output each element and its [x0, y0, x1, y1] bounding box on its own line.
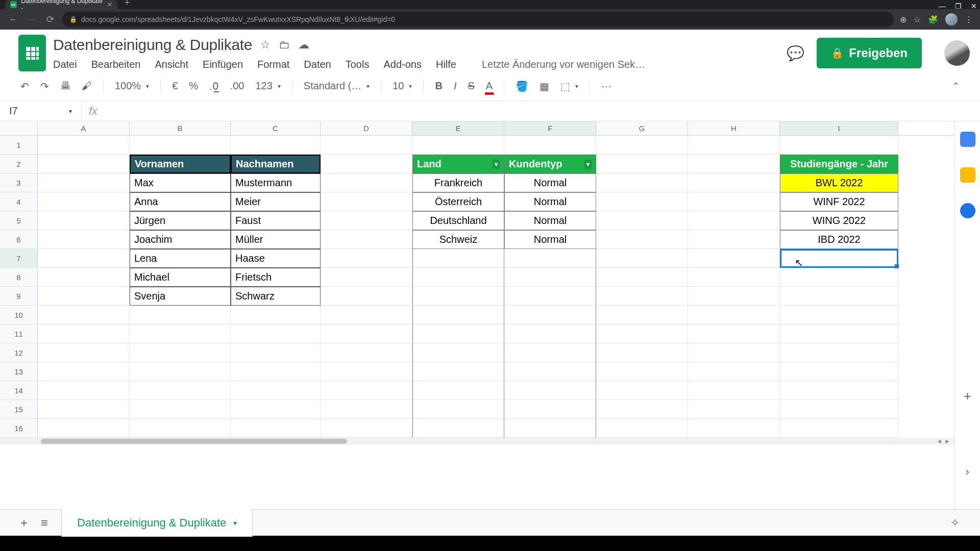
- table-cell[interactable]: Anna: [130, 192, 231, 211]
- cloud-status-icon[interactable]: ☁: [298, 38, 309, 52]
- browser-tab[interactable]: ▭ Datenbereinigung & Duplikate - ✕: [5, 0, 117, 9]
- table-cell[interactable]: Normal: [504, 192, 596, 211]
- redo-icon[interactable]: ↷: [40, 80, 49, 92]
- percent-button[interactable]: %: [189, 80, 198, 92]
- row-header[interactable]: 12: [0, 343, 38, 362]
- table-cell[interactable]: WINF 2022: [780, 192, 898, 211]
- menu-addons[interactable]: Add-ons: [383, 59, 422, 70]
- comments-icon[interactable]: 💬: [787, 45, 804, 62]
- table1-header[interactable]: Vornamen: [130, 155, 231, 173]
- decrease-decimal-icon[interactable]: .0̲: [209, 80, 219, 92]
- number-format-dropdown[interactable]: 123: [255, 80, 280, 92]
- italic-button[interactable]: I: [454, 80, 457, 92]
- col-header-E[interactable]: E: [412, 121, 504, 135]
- strikethrough-button[interactable]: S: [468, 80, 474, 92]
- borders-icon[interactable]: ▦: [540, 80, 549, 92]
- window-minimize-icon[interactable]: —: [939, 2, 946, 10]
- row-header[interactable]: 4: [0, 192, 38, 211]
- table-cell[interactable]: Normal: [504, 230, 596, 249]
- select-all-corner[interactable]: [0, 121, 38, 136]
- menu-tools[interactable]: Tools: [346, 59, 370, 70]
- menu-insert[interactable]: Einfügen: [203, 59, 243, 70]
- tasks-icon[interactable]: [960, 203, 975, 218]
- menu-help[interactable]: Hilfe: [436, 59, 456, 70]
- row-header[interactable]: 2: [0, 155, 38, 173]
- row-header[interactable]: 11: [0, 324, 38, 343]
- hide-side-panel-icon[interactable]: ›: [966, 465, 969, 479]
- extensions-icon[interactable]: 🧩: [928, 15, 938, 24]
- row-header[interactable]: 14: [0, 381, 38, 400]
- col-header-I[interactable]: I: [780, 121, 898, 135]
- star-icon[interactable]: ☆: [260, 38, 271, 52]
- menu-edit[interactable]: Bearbeiten: [91, 59, 141, 70]
- name-box[interactable]: I7▾: [0, 101, 82, 121]
- filter-icon[interactable]: ▾: [584, 160, 592, 169]
- table-cell[interactable]: Michael: [130, 268, 231, 287]
- row-header[interactable]: 13: [0, 362, 38, 381]
- add-sheet-button[interactable]: +: [20, 516, 28, 530]
- share-button[interactable]: 🔒 Freigeben: [817, 38, 922, 68]
- col-header-F[interactable]: F: [504, 121, 596, 135]
- table-cell[interactable]: Lena: [130, 249, 231, 268]
- browser-profile-avatar[interactable]: [945, 13, 958, 26]
- table-cell[interactable]: Haase: [231, 249, 321, 268]
- table3-header[interactable]: Studiengänge - Jahr: [780, 155, 898, 173]
- back-icon[interactable]: ←: [7, 14, 19, 25]
- col-header-B[interactable]: B: [130, 121, 231, 135]
- sheet-tab-menu-icon[interactable]: ▾: [233, 519, 237, 527]
- account-avatar[interactable]: [944, 40, 970, 66]
- all-sheets-button[interactable]: ≡: [41, 516, 48, 530]
- address-bar[interactable]: 🔒 docs.google.com/spreadsheets/d/1Jevzbk…: [62, 12, 894, 27]
- table-cell[interactable]: Müller: [231, 230, 321, 249]
- tab-close-icon[interactable]: ✕: [107, 1, 112, 8]
- menu-view[interactable]: Ansicht: [155, 59, 188, 70]
- window-maximize-icon[interactable]: ❐: [955, 2, 962, 10]
- calendar-icon[interactable]: [960, 132, 975, 147]
- table-cell[interactable]: Österreich: [412, 192, 504, 211]
- browser-menu-icon[interactable]: ⋮: [965, 15, 973, 24]
- table-cell[interactable]: Mustermann: [231, 173, 321, 192]
- table-cell[interactable]: Normal: [504, 211, 596, 230]
- menu-data[interactable]: Daten: [304, 59, 331, 70]
- table-cell[interactable]: Svenja: [130, 287, 231, 306]
- row-header[interactable]: 15: [0, 400, 38, 419]
- last-change-text[interactable]: Letzte Änderung vor wenigen Sek…: [482, 59, 645, 70]
- row-header[interactable]: 7: [0, 249, 38, 268]
- table-cell[interactable]: BWL 2022: [780, 173, 898, 192]
- horizontal-scrollbar[interactable]: ◄►: [0, 438, 954, 445]
- col-header-D[interactable]: D: [321, 121, 412, 135]
- increase-decimal-icon[interactable]: .00: [230, 80, 244, 92]
- menu-file[interactable]: Datei: [53, 59, 77, 70]
- spreadsheet-grid[interactable]: A B C D E F G H I 1 2: [0, 121, 954, 509]
- table-cell[interactable]: IBD 2022: [780, 230, 898, 249]
- zoom-dropdown[interactable]: 100%: [115, 80, 149, 92]
- col-header-C[interactable]: C: [231, 121, 321, 135]
- col-header-G[interactable]: G: [596, 121, 688, 135]
- doc-title[interactable]: Datenbereinigung & Duplikate: [53, 36, 252, 54]
- zoom-icon[interactable]: ⊕: [900, 15, 906, 24]
- addons-plus-icon[interactable]: +: [964, 388, 971, 404]
- row-header[interactable]: 8: [0, 268, 38, 287]
- new-tab-button[interactable]: +: [125, 0, 130, 8]
- row-header[interactable]: 3: [0, 173, 38, 192]
- table2-header[interactable]: Kundentyp▾: [504, 155, 596, 173]
- print-icon[interactable]: 🖶: [60, 80, 70, 92]
- more-toolbar-icon[interactable]: ⋯: [601, 80, 611, 92]
- table-cell[interactable]: Max: [130, 173, 231, 192]
- currency-button[interactable]: €: [172, 80, 178, 92]
- row-header[interactable]: 10: [0, 306, 38, 324]
- table-cell[interactable]: Schweiz: [412, 230, 504, 249]
- table-cell[interactable]: Deutschland: [412, 211, 504, 230]
- row-header[interactable]: 16: [0, 419, 38, 438]
- table-cell[interactable]: Frankreich: [412, 173, 504, 192]
- reload-icon[interactable]: ⟳: [44, 14, 56, 25]
- bookmark-icon[interactable]: ☆: [914, 15, 921, 24]
- table-cell[interactable]: Meier: [231, 192, 321, 211]
- text-color-button[interactable]: A: [486, 80, 493, 92]
- table2-header[interactable]: Land▾: [412, 155, 504, 173]
- paint-format-icon[interactable]: 🖌: [82, 80, 92, 92]
- row-header[interactable]: 6: [0, 230, 38, 249]
- move-icon[interactable]: 🗀: [279, 38, 290, 52]
- row-header[interactable]: 9: [0, 287, 38, 306]
- col-header-H[interactable]: H: [688, 121, 780, 135]
